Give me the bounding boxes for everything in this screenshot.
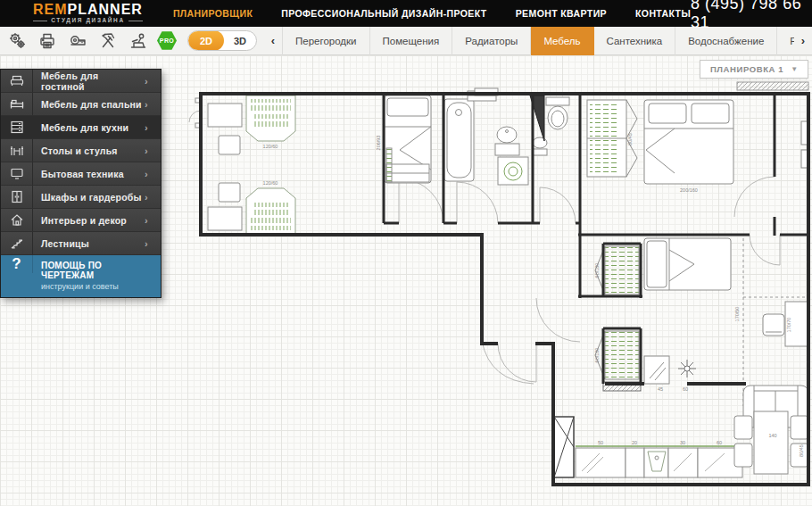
tab-plumbing[interactable]: Сантехника: [594, 27, 676, 55]
top-header: REMPLANNER СТУДИЯ ДИЗАЙНА ПЛАНИРОВЩИК ПР…: [0, 0, 812, 27]
sidebar-item-label: Мебель для гостиной: [33, 71, 145, 92]
svg-text:60: 60: [683, 386, 688, 392]
svg-text:20: 20: [632, 440, 637, 445]
svg-text:80/45: 80/45: [799, 444, 804, 457]
chevron-right-icon: [145, 169, 161, 179]
view-mode-toggle[interactable]: 2D 3D: [187, 30, 257, 51]
nav-item-renovation[interactable]: РЕМОНТ КВАРТИР: [516, 8, 607, 19]
plan-furniture: [195, 82, 808, 477]
appliance-icon: [1, 162, 33, 185]
plan-selector-label: ПЛАНИРОВКА 1: [710, 64, 783, 74]
sidebar-item-living-room-furniture[interactable]: Мебель для гостиной: [1, 70, 161, 93]
nav-item-contacts[interactable]: КОНТАКТЫ: [635, 8, 691, 19]
kitchen-cabinet-icon: [1, 116, 33, 138]
chevron-right-icon: [145, 99, 161, 110]
sidebar-item-label: Интерьер и декор: [33, 215, 145, 226]
sidebar-item-label: Бытовая техника: [33, 169, 145, 179]
help-subtitle: инструкции и советы: [41, 282, 153, 291]
sidebar-item-label: Мебель для спальни: [33, 99, 145, 110]
stairs-icon: [1, 232, 33, 254]
svg-text:120/60: 120/60: [263, 180, 278, 186]
settings-gears-icon[interactable]: [4, 29, 30, 53]
chevron-down-icon: ▼: [791, 65, 798, 73]
svg-text:200/160: 200/160: [680, 187, 698, 193]
sidebar-item-interior-decor[interactable]: Интерьер и декор: [1, 209, 161, 232]
svg-text:60/180: 60/180: [594, 348, 600, 363]
toggle-3d-button[interactable]: 3D: [224, 36, 256, 46]
chevron-right-icon: [145, 192, 161, 203]
sidebar-item-label: Шкафы и гардеробы: [33, 192, 145, 203]
pro-badge[interactable]: PRO: [157, 31, 177, 51]
bed-icon: [1, 93, 33, 115]
svg-text:170/70: 170/70: [786, 318, 791, 333]
svg-text:50: 50: [598, 440, 603, 445]
tabs-scroll-left-icon[interactable]: ‹: [264, 27, 282, 55]
sidebar-item-label: Лестницы: [33, 238, 145, 249]
logo-rem: REM: [33, 2, 68, 17]
question-icon: ?: [1, 255, 33, 273]
sidebar-item-wardrobes[interactable]: Шкафы и гардеробы: [1, 186, 161, 209]
remplanner-app: { "header": { "logo": { "brand_left": "R…: [0, 0, 812, 506]
main-nav: ПЛАНИРОВЩИК ПРОФЕССИОНАЛЬНЫЙ ДИЗАЙН-ПРОЕ…: [173, 8, 691, 19]
chevron-right-icon: [145, 238, 161, 249]
sidebar-item-label: Столы и стулья: [33, 145, 145, 156]
plan-selector-dropdown[interactable]: ПЛАНИРОВКА 1 ▼: [700, 60, 808, 79]
phone-number: 8 (495) 798 66 31: [691, 0, 805, 32]
sidebar-item-stairs[interactable]: Лестницы: [1, 232, 161, 255]
remplanner-logo[interactable]: REMPLANNER СТУДИЯ ДИЗАЙНА: [33, 3, 143, 24]
tab-furniture[interactable]: Мебель: [531, 27, 593, 55]
svg-text:206/93: 206/93: [376, 136, 381, 151]
wardrobe-icon: [1, 186, 33, 208]
furniture-sidebar: Мебель для гостиной Мебель для спальни М…: [0, 69, 162, 298]
home-decor-icon: [1, 209, 33, 231]
tab-radiators[interactable]: Радиаторы: [452, 27, 531, 55]
designer-icon[interactable]: [125, 29, 152, 53]
svg-text:120/60: 120/60: [263, 144, 278, 149]
measure-tape-icon[interactable]: [64, 29, 91, 53]
logo-planner: PLANNER: [68, 2, 143, 17]
chevron-right-icon: [145, 122, 161, 133]
svg-text:60/180: 60/180: [594, 263, 600, 278]
chevron-right-icon: [145, 76, 161, 87]
svg-text:80/45: 80/45: [627, 133, 633, 145]
nav-item-design-project[interactable]: ПРОФЕССИОНАЛЬНЫЙ ДИЗАЙН-ПРОЕКТ: [281, 8, 486, 19]
sidebar-item-bedroom-furniture[interactable]: Мебель для спальни: [1, 93, 161, 116]
nav-item-planner[interactable]: ПЛАНИРОВЩИК: [173, 8, 253, 19]
svg-text:45: 45: [658, 386, 663, 392]
svg-text:30: 30: [680, 440, 685, 445]
sidebar-item-tables-chairs[interactable]: Столы и стулья: [1, 139, 161, 162]
chevron-right-icon: [145, 145, 161, 156]
sidebar-help-banner[interactable]: ? ПОМОЩЬ ПО ЧЕРТЕЖАМ инструкции и советы: [1, 255, 161, 297]
table-chairs-icon: [1, 139, 33, 162]
tools-icon[interactable]: [95, 29, 121, 53]
svg-text:140: 140: [768, 433, 776, 438]
svg-text:60: 60: [717, 440, 722, 445]
logo-subtitle: СТУДИЯ ДИЗАЙНА: [33, 18, 143, 24]
tab-partitions[interactable]: Перегородки: [283, 27, 370, 55]
sidebar-item-appliances[interactable]: Бытовая техника: [1, 162, 161, 186]
print-icon[interactable]: [34, 29, 61, 53]
help-title: ПОМОЩЬ ПО ЧЕРТЕЖАМ: [41, 261, 153, 280]
sidebar-item-label: Мебель для кухни: [33, 122, 145, 133]
toggle-2d-button[interactable]: 2D: [188, 30, 224, 51]
tab-rooms[interactable]: Помещения: [370, 27, 453, 55]
chevron-right-icon: [145, 215, 161, 226]
svg-text:170/50: 170/50: [734, 307, 740, 322]
sidebar-item-kitchen-furniture[interactable]: Мебель для кухни: [1, 116, 161, 139]
sofa-icon: [1, 70, 33, 92]
